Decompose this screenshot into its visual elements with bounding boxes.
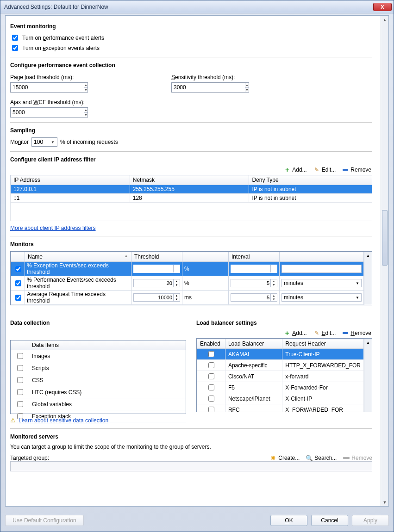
data-item-checkbox[interactable] bbox=[17, 353, 23, 359]
spinner-down-icon[interactable]: ▼ bbox=[245, 88, 249, 93]
exc-alerts-input[interactable] bbox=[12, 45, 18, 51]
scroll-down-arrow[interactable]: ▼ bbox=[381, 498, 388, 506]
create-button[interactable]: ✸Create... bbox=[270, 455, 300, 461]
spinner-up-icon[interactable]: ▲ bbox=[245, 83, 249, 88]
table-row[interactable]: 127.0.0.1255.255.255.255IP is not in sub… bbox=[11, 185, 372, 194]
interval-spinner[interactable]: 5▲▼ bbox=[231, 279, 277, 287]
monitor-checkbox[interactable] bbox=[15, 295, 21, 301]
ip-filter-table[interactable]: IP Address Netmask Deny Type 127.0.0.125… bbox=[10, 175, 372, 221]
scroll-up-arrow[interactable]: ▲ bbox=[364, 339, 372, 346]
col-ip[interactable]: IP Address bbox=[11, 175, 130, 185]
close-button[interactable]: X bbox=[373, 3, 392, 11]
pencil-icon bbox=[313, 330, 320, 336]
page-load-spinner[interactable]: ▲▼ bbox=[10, 82, 88, 93]
lb-checkbox[interactable] bbox=[208, 384, 214, 390]
remove-group-button: Remove bbox=[343, 455, 372, 461]
list-item[interactable]: Images bbox=[11, 350, 186, 362]
use-default-button: Use Default Configuration bbox=[5, 515, 84, 526]
minus-icon bbox=[343, 455, 350, 461]
threshold-spinner[interactable]: 20▲▼ bbox=[133, 279, 180, 287]
data-item-checkbox[interactable] bbox=[17, 377, 23, 383]
lb-checkbox[interactable] bbox=[208, 407, 214, 412]
search-button[interactable]: 🔍Search... bbox=[306, 455, 337, 461]
star-icon: ✸ bbox=[270, 455, 276, 461]
list-item[interactable]: Scripts bbox=[11, 362, 186, 374]
ajax-input[interactable] bbox=[11, 108, 84, 117]
sensitivity-input[interactable] bbox=[172, 83, 245, 92]
warning-icon: ⚠ bbox=[10, 417, 16, 424]
lb-checkbox[interactable] bbox=[208, 362, 214, 368]
spinner-up-icon[interactable]: ▲ bbox=[84, 83, 88, 88]
page-load-input[interactable] bbox=[11, 83, 84, 92]
data-item-checkbox[interactable] bbox=[17, 401, 23, 407]
interval-unit-combo[interactable]: minutes▼ bbox=[281, 279, 362, 287]
exc-alerts-checkbox[interactable]: Turn on exception events alerts bbox=[10, 43, 372, 52]
scroll-up-arrow[interactable]: ▲ bbox=[364, 252, 372, 260]
lb-add-button[interactable]: +Add... bbox=[284, 330, 306, 336]
content-area: ▲ ▼ Event monitoring Turn on performance… bbox=[5, 15, 389, 507]
targeted-group-label: Targeted group: bbox=[10, 455, 49, 461]
list-item[interactable]: Global variables bbox=[11, 398, 186, 410]
ip-filter-link[interactable]: More about client IP address filters bbox=[10, 225, 96, 231]
monitored-servers-desc: You can target a group to limit the scop… bbox=[10, 444, 372, 450]
perf-alerts-checkbox[interactable]: Turn on performance event alerts bbox=[10, 33, 372, 42]
lb-checkbox[interactable] bbox=[208, 396, 214, 402]
scroll-up-arrow[interactable]: ▲ bbox=[381, 16, 388, 24]
targeted-group-input[interactable] bbox=[10, 461, 372, 471]
threshold-spinner[interactable]: 10000▲▼ bbox=[133, 293, 180, 302]
sort-asc-icon: ▲ bbox=[124, 254, 128, 258]
lb-remove-button[interactable]: Remove bbox=[342, 330, 371, 336]
minus-icon bbox=[342, 167, 349, 173]
spinner-up-icon[interactable]: ▲ bbox=[84, 108, 88, 113]
data-collection-link[interactable]: Learn about sensitive data collection bbox=[19, 417, 108, 424]
table-row[interactable]: RFCX_FORWARDED_FOR bbox=[197, 404, 364, 412]
ip-remove-button[interactable]: Remove bbox=[342, 167, 371, 173]
lb-table[interactable]: Enabled Load Balancer Request Header AKA… bbox=[196, 338, 372, 412]
table-row[interactable]: Average Request Time exceeds threshold 1… bbox=[11, 291, 364, 305]
dialog-window: Advanced Settings: Default for DinnerNow… bbox=[0, 0, 394, 532]
col-netmask[interactable]: Netmask bbox=[130, 175, 249, 185]
col-deny[interactable]: Deny Type bbox=[249, 175, 372, 185]
table-row[interactable]: AKAMAITrue-Client-IP bbox=[197, 349, 364, 360]
table-row[interactable]: Apache-specificHTTP_X_FORWARDED_FOR bbox=[197, 360, 364, 371]
plus-icon: + bbox=[284, 330, 290, 336]
spinner-down-icon[interactable]: ▼ bbox=[84, 88, 88, 93]
data-item-checkbox[interactable] bbox=[17, 389, 23, 395]
sensitivity-spinner[interactable]: ▲▼ bbox=[171, 82, 249, 93]
table-row[interactable]: F5X-Forwarded-For bbox=[197, 382, 364, 393]
table-row[interactable]: % Exception Events/sec exceeds threshold… bbox=[11, 262, 364, 276]
lb-checkbox[interactable] bbox=[208, 373, 214, 379]
ip-add-button[interactable]: +Add... bbox=[284, 167, 306, 173]
data-items-list[interactable]: Data Items ImagesScriptsCSSHTC (requires… bbox=[10, 340, 186, 414]
sampling-combo[interactable]: 100 ▼ bbox=[31, 137, 57, 147]
lb-edit-button[interactable]: Edit... bbox=[313, 330, 336, 336]
monitor-checkbox[interactable] bbox=[15, 280, 21, 286]
cancel-button[interactable]: Cancel bbox=[311, 515, 348, 526]
interval-unit-combo[interactable]: minutes▼ bbox=[281, 265, 362, 273]
lb-scrollbar[interactable]: ▲ bbox=[364, 339, 372, 412]
vertical-scrollbar[interactable]: ▲ ▼ bbox=[381, 16, 388, 506]
ajax-spinner[interactable]: ▲▼ bbox=[10, 107, 88, 118]
interval-spinner[interactable]: 5▲▼ bbox=[231, 265, 277, 273]
list-item[interactable]: CSS bbox=[11, 374, 186, 386]
interval-unit-combo[interactable]: minutes▼ bbox=[281, 293, 362, 302]
table-row[interactable]: % Performance Events/sec exceeds thresho… bbox=[11, 276, 364, 291]
list-item[interactable]: HTC (requires CSS) bbox=[11, 386, 186, 398]
interval-spinner[interactable]: 5▲▼ bbox=[231, 293, 277, 302]
monitors-scrollbar[interactable]: ▲ bbox=[364, 252, 372, 305]
lb-checkbox[interactable] bbox=[208, 351, 214, 357]
scroll-thumb[interactable] bbox=[382, 210, 388, 266]
monitors-grid[interactable]: Name ▲ Threshold Interval % Exception Ev… bbox=[10, 251, 372, 305]
search-icon: 🔍 bbox=[306, 455, 313, 461]
monitor-checkbox[interactable] bbox=[15, 266, 21, 272]
spinner-down-icon[interactable]: ▼ bbox=[84, 113, 88, 118]
window-title: Advanced Settings: Default for DinnerNow bbox=[2, 4, 373, 10]
table-row[interactable]: Netscape/iPlanetX-Client-IP bbox=[197, 393, 364, 404]
threshold-spinner[interactable]: 15▲▼ bbox=[133, 265, 180, 273]
data-item-checkbox[interactable] bbox=[17, 365, 23, 371]
ok-button[interactable]: OK bbox=[270, 515, 307, 526]
table-row[interactable]: ::1128IP is not in subnet bbox=[11, 194, 372, 203]
perf-alerts-input[interactable] bbox=[12, 35, 18, 41]
ip-edit-button[interactable]: Edit... bbox=[313, 167, 336, 173]
table-row[interactable]: Cisco/NATx-forward bbox=[197, 371, 364, 382]
